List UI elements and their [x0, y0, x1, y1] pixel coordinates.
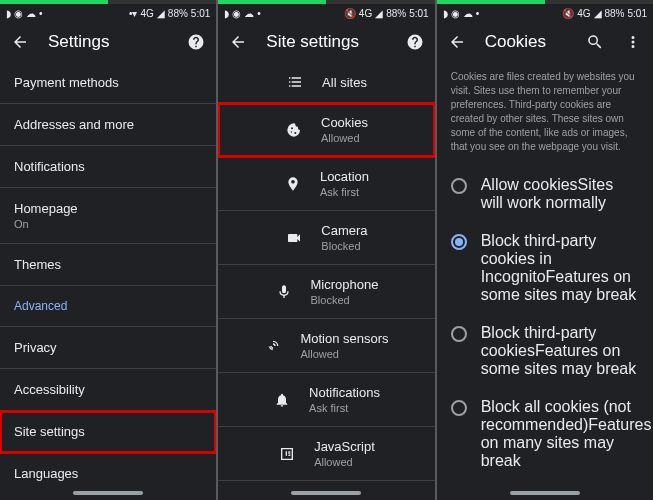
header: Cookies [437, 22, 653, 62]
row-payment-methods[interactable]: Payment methods [0, 62, 216, 104]
description: Cookies are files created by websites yo… [437, 62, 653, 166]
row-accessibility[interactable]: Accessibility [0, 369, 216, 411]
radio-icon [451, 400, 467, 416]
row-javascript[interactable]: JavaScriptAllowed [218, 427, 434, 481]
battery-text: 88% [168, 8, 188, 19]
radio-icon [451, 234, 467, 250]
radio-icon [451, 178, 467, 194]
status-bar: ◗ ◉ ☁ • 🔇 4G ◢ 88% 5:01 [218, 4, 434, 22]
option-block-third[interactable]: Block third-party cookiesFeatures on som… [437, 314, 653, 388]
settings-screen: ◗ ◉ ☁ • •▾ 4G ◢ 88% 5:01 Settings Paymen… [0, 0, 216, 500]
row-microphone[interactable]: MicrophoneBlocked [218, 265, 434, 319]
nav-pill[interactable] [510, 491, 580, 495]
header: Settings [0, 22, 216, 62]
header: Site settings [218, 22, 434, 62]
clock: 5:01 [409, 8, 428, 19]
status-bar: ◗ ◉ ☁ • 🔇 4G ◢ 88% 5:01 [437, 4, 653, 22]
back-button[interactable] [10, 32, 30, 52]
signal-icon: ◢ [594, 8, 602, 19]
back-button[interactable] [447, 32, 467, 52]
cookie-icon [285, 122, 303, 138]
clock: 5:01 [191, 8, 210, 19]
row-advanced[interactable]: Advanced [0, 286, 216, 327]
page-title: Site settings [266, 32, 359, 52]
bell-icon [273, 392, 291, 408]
option-block-all[interactable]: Block all cookies (not recommended)Featu… [437, 388, 653, 480]
nav-bar [437, 486, 653, 500]
msg-icon: ☁ [26, 8, 36, 19]
signal-icon: ◢ [157, 8, 165, 19]
row-addresses[interactable]: Addresses and more [0, 104, 216, 146]
row-privacy[interactable]: Privacy [0, 327, 216, 369]
radio-icon [451, 326, 467, 342]
moon-icon: ◗ [6, 8, 11, 19]
row-homepage[interactable]: HomepageOn [0, 188, 216, 244]
signal-icon: ◢ [375, 8, 383, 19]
battery-text: 88% [605, 8, 625, 19]
msg-icon: ☁ [244, 8, 254, 19]
option-allow[interactable]: Allow cookiesSites will work normally [437, 166, 653, 222]
signal-text: 4G [141, 8, 154, 19]
row-notifications[interactable]: Notifications [0, 146, 216, 188]
dot-icon: • [257, 8, 261, 19]
moon-icon: ◗ [443, 8, 448, 19]
page-title: Cookies [485, 32, 546, 52]
nav-pill[interactable] [73, 491, 143, 495]
location-icon [284, 176, 302, 192]
row-site-settings[interactable]: Site settings [0, 411, 216, 453]
row-notifications[interactable]: NotificationsAsk first [218, 373, 434, 427]
status-bar: ◗ ◉ ☁ • •▾ 4G ◢ 88% 5:01 [0, 4, 216, 22]
nav-bar [218, 486, 434, 500]
search-button[interactable] [585, 32, 605, 52]
battery-text: 88% [386, 8, 406, 19]
nav-pill[interactable] [291, 491, 361, 495]
list-icon [286, 74, 304, 90]
js-icon [278, 446, 296, 462]
dot-icon: • [476, 8, 480, 19]
dot-icon: • [39, 8, 43, 19]
site-settings-screen: ◗ ◉ ☁ • 🔇 4G ◢ 88% 5:01 Site settings Al… [218, 0, 434, 500]
moon-icon: ◗ [224, 8, 229, 19]
motion-icon [264, 338, 282, 354]
row-all-sites[interactable]: All sites [218, 62, 434, 103]
mute-icon: 🔇 [344, 8, 356, 19]
settings-list: Payment methods Addresses and more Notif… [0, 62, 216, 486]
sync-icon: ◉ [14, 8, 23, 19]
back-button[interactable] [228, 32, 248, 52]
row-cookies[interactable]: CookiesAllowed [218, 103, 434, 157]
signal-text: 4G [359, 8, 372, 19]
camera-icon [285, 230, 303, 246]
sync-icon: ◉ [232, 8, 241, 19]
mic-icon [275, 284, 293, 300]
row-location[interactable]: LocationAsk first [218, 157, 434, 211]
msg-icon: ☁ [463, 8, 473, 19]
help-button[interactable] [186, 32, 206, 52]
help-button[interactable] [405, 32, 425, 52]
signal-text: 4G [577, 8, 590, 19]
wifi-icon: •▾ [129, 8, 138, 19]
row-motion[interactable]: Motion sensorsAllowed [218, 319, 434, 373]
row-themes[interactable]: Themes [0, 244, 216, 286]
page-title: Settings [48, 32, 109, 52]
nav-bar [0, 486, 216, 500]
cookies-screen: ◗ ◉ ☁ • 🔇 4G ◢ 88% 5:01 Cookies Cookies … [437, 0, 653, 500]
mute-icon: 🔇 [562, 8, 574, 19]
row-languages[interactable]: Languages [0, 453, 216, 486]
more-button[interactable] [623, 32, 643, 52]
row-camera[interactable]: CameraBlocked [218, 211, 434, 265]
site-settings-list: All sites CookiesAllowed LocationAsk fir… [218, 62, 434, 486]
sync-icon: ◉ [451, 8, 460, 19]
option-block-incognito[interactable]: Block third-party cookies in IncognitoFe… [437, 222, 653, 314]
clock: 5:01 [628, 8, 647, 19]
options-list: Allow cookiesSites will work normally Bl… [437, 166, 653, 486]
